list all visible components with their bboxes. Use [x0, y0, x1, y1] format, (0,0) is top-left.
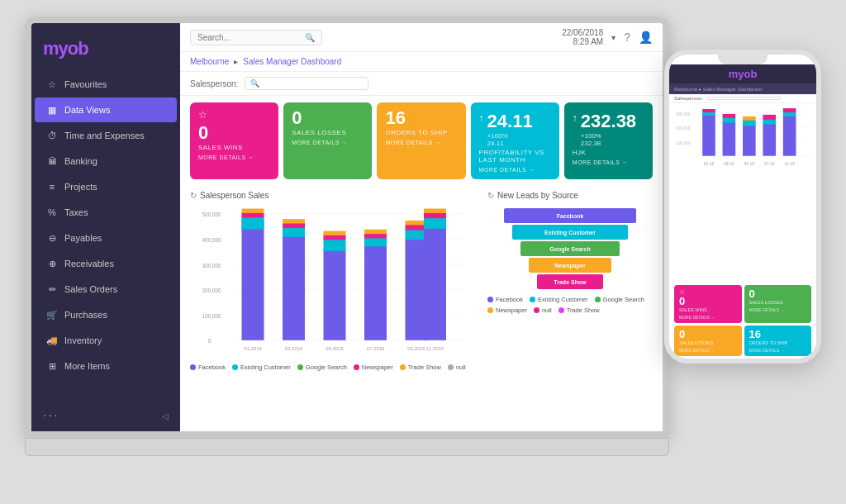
phone-kpi-footer-3[interactable]: MORE DETAILS →: [749, 348, 807, 353]
sidebar-icon-9: 🛒: [46, 309, 58, 321]
svg-rect-61: [763, 124, 776, 156]
search-input[interactable]: [197, 33, 305, 42]
chart-refresh-icon[interactable]: ↻: [190, 191, 197, 200]
sidebar-icon-7: ⊕: [46, 258, 58, 269]
funnel-layer-4: Trade Show: [537, 274, 603, 289]
phone-filter: Salesperson:: [669, 94, 816, 103]
breadcrumb-page[interactable]: Sales Manager Dashboard: [243, 57, 341, 66]
phone-kpi-footer-0[interactable]: MORE DETAILS →: [679, 315, 737, 320]
sidebar-collapse-button[interactable]: ◁: [162, 411, 169, 421]
phone-notch: [718, 55, 768, 64]
svg-rect-13: [242, 216, 264, 230]
svg-rect-22: [324, 250, 346, 340]
phone-kpi-lbl-3: Orders to Ship: [749, 340, 807, 345]
sidebar-label-3: Banking: [64, 156, 97, 166]
sidebar-item-taxes[interactable]: %Taxes: [35, 200, 177, 225]
funnel-legend-label-1: Existing Customer: [538, 296, 588, 303]
svg-rect-59: [743, 116, 756, 121]
search-box[interactable]: 🔍: [190, 30, 322, 45]
sidebar-label-2: Time and Expenses: [64, 131, 145, 140]
kpi-row: ☆0Sales WinsMore Details →0Sales LossesM…: [180, 96, 663, 186]
kpi-label-4: HJK: [573, 149, 644, 156]
funnel-legend-dot-4: [534, 307, 539, 313]
phone-subheader: Melbourne ▸ Sales Manager Dashboard: [669, 83, 816, 94]
svg-text:300,000: 300,000: [202, 263, 221, 269]
svg-text:07-2016: 07-2016: [367, 346, 384, 351]
chart-section: ↻ Salesperson Sales 500,000 400,000 300,…: [180, 186, 663, 431]
legend-existing: Existing Customer: [232, 364, 291, 371]
kpi-footer-1[interactable]: More Details →: [292, 140, 364, 145]
svg-rect-30: [364, 230, 387, 234]
funnel-legend-dot-2: [595, 297, 601, 302]
sidebar-item-payables[interactable]: ⊖Payables: [35, 226, 177, 250]
sidebar-icon-3: 🏛: [46, 155, 58, 167]
svg-text:500,000: 500,000: [676, 112, 691, 116]
sidebar-icon-6: ⊖: [46, 232, 58, 244]
topbar-datetime: 22/06/2018 8:29 AM: [562, 28, 603, 46]
sidebar-item-banking[interactable]: 🏛Banking: [35, 149, 177, 174]
sidebar-item-purchases[interactable]: 🛒Purchases: [35, 302, 177, 327]
sidebar-item-receivables[interactable]: ⊕Receivables: [35, 251, 177, 276]
sidebar-label-11: More Items: [64, 361, 110, 371]
legend-facebook: Facebook: [190, 364, 226, 371]
user-icon[interactable]: 👤: [639, 31, 653, 44]
salesperson-search[interactable]: 🔍: [245, 77, 368, 90]
phone-kpi-val-1: 0: [749, 288, 807, 299]
sidebar-icon-10: 🚚: [46, 335, 58, 346]
kpi-label-3: Profitability vs Last Month: [479, 149, 551, 164]
phone-kpi-0: ☆0Sales WinsMORE DETAILS →: [674, 285, 742, 323]
kpi-sub-4: +100% 232.38: [581, 132, 636, 147]
funnel-legend-label-3: Newspaper: [496, 307, 527, 314]
kpi-footer-2[interactable]: More Details →: [385, 140, 457, 145]
bar-chart-svg: 500,000 400,000 300,000 200,000 100,000 …: [190, 205, 479, 354]
legend-google: Google Search: [297, 364, 347, 371]
sidebar-label-10: Inventory: [64, 335, 102, 345]
sidebar-item-favourites[interactable]: ☆Favourites: [35, 72, 177, 97]
breadcrumb-location[interactable]: Melbourne: [190, 57, 229, 66]
sidebar-item-projects[interactable]: ≡Projects: [35, 174, 177, 199]
topbar: 🔍 22/06/2018 8:29 AM ▾ ? 👤: [180, 23, 663, 52]
funnel-refresh-icon[interactable]: ↻: [487, 191, 494, 200]
svg-text:400,000: 400,000: [202, 237, 221, 243]
kpi-footer-0[interactable]: More Details →: [198, 155, 270, 160]
kpi-value-0: 0: [198, 109, 270, 142]
scene: myob ☆Favourites▦Data Views⏱Time and Exp…: [0, 0, 846, 504]
svg-rect-12: [242, 220, 264, 340]
svg-text:500,000: 500,000: [202, 212, 221, 217]
svg-rect-15: [242, 209, 264, 213]
funnel-legend-label-2: Google Search: [603, 296, 644, 303]
sidebar-items-container: ☆Favourites▦Data Views⏱Time and Expenses…: [31, 71, 180, 379]
help-icon[interactable]: ?: [624, 31, 630, 44]
sidebar-item-data-views[interactable]: ▦Data Views: [35, 97, 177, 122]
svg-rect-51: [702, 109, 715, 112]
sidebar-item-more-items[interactable]: ⊞More Items: [35, 354, 177, 378]
sidebar-item-sales-orders[interactable]: ✏Sales Orders: [35, 277, 177, 302]
phone-kpi-footer-1[interactable]: MORE DETAILS →: [749, 307, 807, 312]
funnel-legend-dot-3: [487, 307, 493, 313]
funnel-layer-1: Existing Customer: [512, 225, 628, 240]
kpi-label-0: Sales Wins: [198, 144, 270, 151]
chart-left: ↻ Salesperson Sales 500,000 400,000 300,…: [190, 191, 479, 426]
brand-logo: myob: [43, 38, 88, 59]
sidebar-more-dots[interactable]: ···: [43, 408, 59, 423]
kpi-footer-3[interactable]: More Details →: [479, 167, 551, 173]
svg-text:07-16: 07-16: [764, 162, 775, 166]
phone-kpi-footer-2[interactable]: MORE DETAILS →: [679, 348, 737, 353]
phone-kpi-1: 0Sales LossesMORE DETAILS →: [744, 285, 812, 323]
svg-text:0: 0: [208, 338, 212, 344]
sidebar-icon-4: ≡: [46, 181, 58, 193]
sidebar-label-1: Data Views: [64, 105, 110, 115]
svg-rect-27: [364, 246, 387, 340]
svg-rect-39: [424, 212, 446, 218]
svg-text:100,000: 100,000: [676, 141, 691, 145]
kpi-card-0: ☆0Sales WinsMore Details →: [190, 102, 278, 179]
sidebar-item-inventory[interactable]: 🚚Inventory: [35, 328, 177, 353]
topbar-dropdown[interactable]: ▾: [611, 33, 615, 42]
svg-rect-40: [424, 209, 446, 213]
kpi-card-4: ↑ 232.38 +100% 232.38 HJKMore Details →: [564, 102, 653, 179]
kpi-footer-4[interactable]: More Details →: [573, 159, 644, 165]
svg-text:11-15: 11-15: [784, 162, 795, 166]
sidebar-item-time-and-expenses[interactable]: ⏱Time and Expenses: [35, 123, 177, 148]
phone-salesperson-search[interactable]: [706, 97, 781, 100]
svg-rect-63: [763, 115, 776, 120]
